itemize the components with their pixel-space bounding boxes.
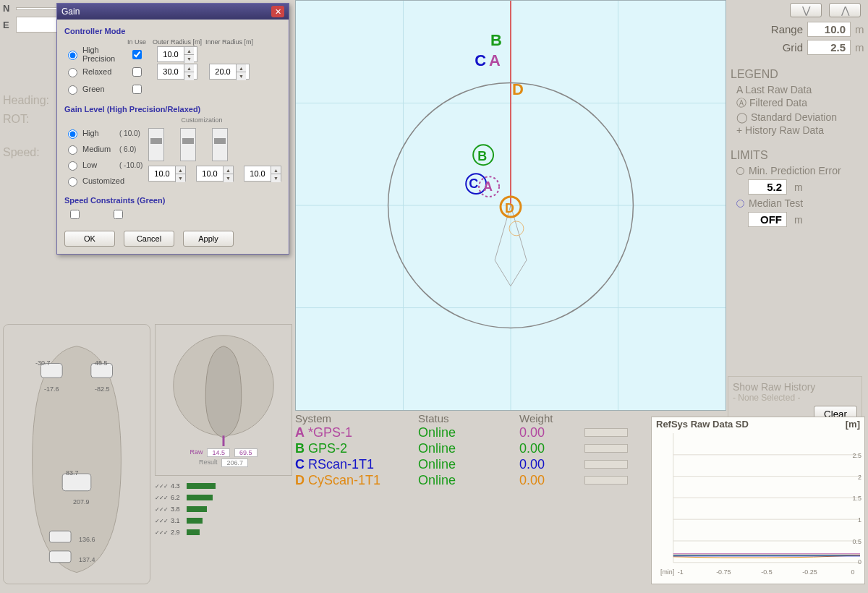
- weight-bar: [584, 428, 628, 437]
- svg-text:B: B: [477, 149, 487, 163]
- custom-3[interactable]: ▲▼: [244, 166, 281, 182]
- svg-text:0: 0: [851, 568, 855, 576]
- chevron-up-icon[interactable]: ▲: [184, 47, 194, 55]
- svg-text:2.5: 2.5: [853, 452, 861, 459]
- svg-text:-0.25: -0.25: [802, 568, 817, 576]
- weight-bar: [584, 476, 628, 485]
- cancel-button[interactable]: Cancel: [124, 231, 174, 247]
- gain-level-title: Gain Level (High Precision/Relaxed): [64, 105, 281, 114]
- svg-text:-0.5: -0.5: [761, 568, 772, 576]
- svg-text:A: A: [489, 51, 501, 69]
- mode-relaxed[interactable]: Relaxed: [64, 66, 122, 77]
- gain-custom[interactable]: Customized: [64, 175, 119, 187]
- weight-bar: [584, 460, 628, 469]
- legend: A Last Raw Data Ⓐ Filtered Data ◯ Standa…: [728, 84, 868, 136]
- gain-slider-3[interactable]: [212, 128, 228, 161]
- svg-text:1.5: 1.5: [853, 495, 861, 502]
- svg-text:D: D: [512, 80, 524, 98]
- sd-chart: RefSys Raw Data SD [m] 2.52 1.51 0.50 -1…: [651, 417, 865, 584]
- custom-2[interactable]: ▲▼: [196, 166, 234, 182]
- range-up-button[interactable]: ⋀: [829, 3, 861, 17]
- gain-low[interactable]: Low: [64, 159, 119, 171]
- svg-text:B: B: [490, 31, 502, 49]
- chevron-down-icon[interactable]: ▼: [184, 55, 194, 63]
- svg-text:[min]: [min]: [660, 568, 674, 576]
- faint-labels: Heading: ROT: Speed:: [3, 94, 49, 165]
- gain-medium[interactable]: Medium: [64, 143, 119, 155]
- limit-minpred-field[interactable]: [748, 179, 787, 195]
- svg-point-20: [509, 221, 524, 236]
- speed-constraints-title: Speed Constraints (Green): [64, 196, 281, 205]
- mode-green[interactable]: Green: [64, 83, 122, 95]
- close-icon[interactable]: ✕: [271, 6, 284, 17]
- range-label: Range: [771, 23, 803, 35]
- mode-high-precision[interactable]: High Precision: [64, 46, 122, 63]
- svg-text:0.5: 0.5: [853, 538, 861, 545]
- grid-label: Grid: [783, 41, 803, 54]
- inner-radius-relaxed[interactable]: ▲▼: [209, 64, 250, 80]
- range-down-button[interactable]: ⋁: [790, 3, 822, 17]
- gain-slider-1[interactable]: [148, 128, 164, 161]
- heading-panel: Raw 14.5 69.5 Result 206.7: [155, 324, 292, 476]
- outer-radius-hp[interactable]: ▲▼: [157, 46, 197, 62]
- svg-text:A: A: [483, 179, 493, 194]
- ok-button[interactable]: OK: [64, 231, 115, 247]
- svg-text:C: C: [475, 51, 486, 69]
- inuse-hp[interactable]: [132, 50, 142, 59]
- svg-text:C: C: [469, 176, 478, 191]
- svg-rect-44: [49, 551, 71, 563]
- controller-mode-title: Controller Mode: [64, 27, 281, 35]
- limit-median-field[interactable]: [748, 212, 787, 227]
- inuse-green[interactable]: [132, 85, 142, 94]
- svg-text:1: 1: [858, 516, 861, 524]
- outer-radius-relaxed[interactable]: ▲▼: [157, 64, 197, 80]
- weight-bar: [584, 444, 628, 453]
- position-plot[interactable]: B C A D B C A D: [295, 0, 726, 411]
- svg-text:-0.75: -0.75: [716, 568, 731, 576]
- apply-button[interactable]: Apply: [183, 231, 234, 247]
- svg-text:D: D: [505, 201, 514, 216]
- legend-title: LEGEND: [731, 68, 868, 81]
- vessel-diagram: -30.7 45.5 -17.6 -82.5 83.7 207.9 136.6 …: [3, 324, 150, 584]
- limit-median-radio[interactable]: [736, 200, 744, 208]
- gain-dialog: Gain ✕ Controller Mode In Use Outer Radi…: [56, 3, 289, 255]
- svg-text:-1: -1: [678, 568, 684, 576]
- svg-text:0: 0: [858, 558, 861, 566]
- range-field[interactable]: 10.0: [807, 22, 851, 37]
- limit-minpred-radio[interactable]: [736, 167, 744, 175]
- limits-title: LIMITS: [731, 149, 868, 162]
- inuse-relaxed[interactable]: [132, 67, 142, 77]
- gain-high[interactable]: High: [64, 127, 119, 139]
- custom-1[interactable]: ▲▼: [148, 166, 186, 182]
- gain-slider-2[interactable]: [180, 128, 196, 161]
- svg-rect-43: [49, 531, 71, 542]
- thrust-histogram: ✓✓✓4.3✓✓✓6.2✓✓✓3.8✓✓✓3.1✓✓✓2.9: [155, 480, 292, 567]
- grid-field[interactable]: 2.5: [807, 40, 851, 55]
- svg-text:2: 2: [858, 474, 861, 481]
- dialog-title: Gain: [61, 7, 80, 17]
